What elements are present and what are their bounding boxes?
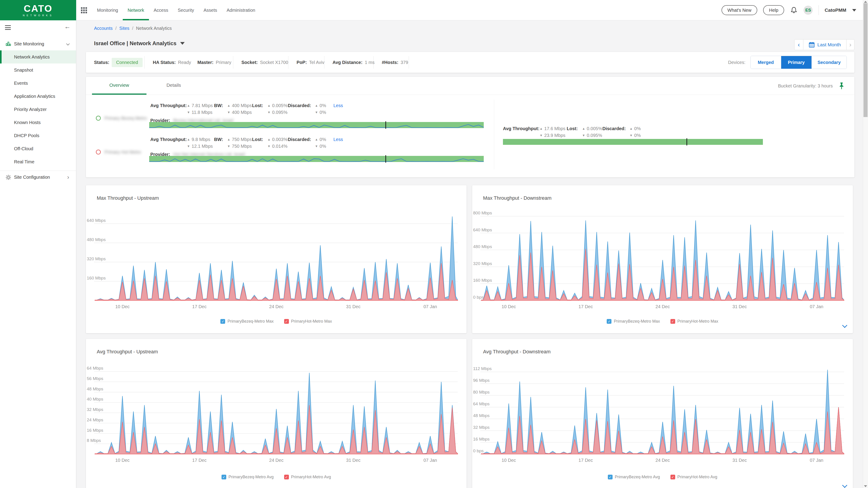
sidebar-item-application-analytics[interactable]: Application Analytics [0,90,76,103]
legend-checkbox[interactable]: ✓ [221,475,226,480]
vertical-scrollbar[interactable] [863,0,868,488]
svg-text:800 Mbps: 800 Mbps [473,210,492,215]
legend-item[interactable]: ✓PrimaryBezeq-Metro Avg [608,475,660,480]
nav-security[interactable]: Security [173,0,199,20]
cato-logo[interactable]: CATO NETWORKS [0,0,76,20]
devices-merged-button[interactable]: Merged [751,56,781,69]
svg-text:07 Jan: 07 Jan [810,458,823,463]
chart-legend: ✓PrimaryBezeq-Metro Max✓PrimaryHot-Metro… [86,319,467,324]
area-chart[interactable]: 0 bps16 Mbps32 Mbps48 Mbps64 Mbps80 Mbps… [472,364,853,470]
svg-text:10 Dec: 10 Dec [115,304,129,309]
main-nav: Monitoring Network Access Security Asset… [92,0,260,20]
legend-checkbox[interactable]: ✓ [608,475,613,480]
date-prev-button[interactable]: ‹ [794,39,803,50]
svg-text:112 Mbps: 112 Mbps [473,366,492,371]
legend-item[interactable]: ✓PrimaryBezeq-Metro Max [220,319,274,324]
chart-card-avg-downstream: Avg Throughput - Downstream 0 bps16 Mbps… [472,339,853,488]
breadcrumb-accounts[interactable]: Accounts [94,26,113,31]
account-menu[interactable]: CatoPMM [825,7,846,13]
svg-text:0 bps: 0 bps [473,449,484,453]
chart-card-max-upstream: Max Throughput - Upstream 160 Mbps320 Mb… [86,185,467,333]
legend-item[interactable]: ✓PrimaryHot-Metro Avg [671,475,717,480]
account-caret-icon[interactable] [852,9,856,11]
svg-text:480 Mbps: 480 Mbps [87,237,105,242]
main-area: Accounts / Sites / Network Analytics Isr… [76,20,863,488]
svg-text:31 Dec: 31 Dec [733,458,747,463]
legend-item[interactable]: ✓PrimaryHot-Metro Avg [284,475,331,480]
uptime-sparkline-hot[interactable] [149,156,484,162]
sidebar-group-label: Site Configuration [14,175,50,180]
avatar[interactable]: ES [804,6,813,15]
device-radio-hot[interactable] [96,150,101,155]
breadcrumb: Accounts / Sites / Network Analytics [94,26,172,31]
legend-item[interactable]: ✓PrimaryHot-Metro Max [284,319,332,324]
device-name-blurred: Primary Hot Metro [104,150,141,155]
nav-access[interactable]: Access [149,0,173,20]
svg-text:07 Jan: 07 Jan [423,458,437,463]
whats-new-button[interactable]: What's New [721,5,757,15]
sidebar-item-dhcp-pools[interactable]: DHCP Pools [0,129,76,142]
devices-primary-button[interactable]: Primary [781,56,812,69]
nav-administration[interactable]: Administration [222,0,260,20]
devices-label: Devices: [728,60,745,65]
scroll-down-arrow[interactable] [864,485,867,487]
combined-uptime-bar[interactable] [503,139,763,145]
tab-details[interactable]: Details [147,77,201,95]
svg-text:320 Mbps: 320 Mbps [473,261,492,266]
svg-text:17 Dec: 17 Dec [192,304,206,309]
legend-item[interactable]: ✓PrimaryBezeq-Metro Max [607,319,660,324]
scrollbar-thumb[interactable] [864,3,868,117]
legend-item[interactable]: ✓PrimaryBezeq-Metro Avg [221,475,274,480]
scroll-up-arrow[interactable] [864,1,867,3]
chevron-down-icon[interactable] [842,483,847,488]
sidebar-group-site-monitoring[interactable]: Site Monitoring [0,37,76,51]
app-grid-icon[interactable] [81,7,87,13]
date-range-button[interactable]: Last Month [803,39,846,50]
hamburger-menu-icon[interactable] [5,25,11,30]
legend-checkbox[interactable]: ✓ [671,319,675,324]
breadcrumb-sites[interactable]: Sites [119,26,129,31]
page-title: Israel Office | Network Analytics [94,40,177,46]
sidebar-group-site-configuration[interactable]: Site Configuration › [0,170,76,184]
svg-text:32 Mbps: 32 Mbps [473,425,490,430]
sidebar-item-network-analytics[interactable]: Network Analytics [0,51,76,64]
down-triangle-icon: ▼ [187,109,190,116]
device-radio-bezeq[interactable] [96,116,101,121]
legend-item[interactable]: ✓PrimaryHot-Metro Max [671,319,718,324]
legend-checkbox[interactable]: ✓ [220,319,225,324]
nav-network[interactable]: Network [123,0,149,20]
date-next-button[interactable]: › [846,39,855,50]
breadcrumb-current: Network Analytics [136,26,172,31]
less-link[interactable]: Less [333,102,343,109]
sidebar-item-real-time[interactable]: Real Time [0,155,76,168]
divider [818,5,819,15]
uptime-sparkline-bezeq[interactable] [149,122,484,128]
collapse-sidebar-icon[interactable]: ← [64,23,70,30]
tab-overview[interactable]: Overview [92,77,147,95]
nav-assets[interactable]: Assets [199,0,222,20]
devices-secondary-button[interactable]: Secondary [812,56,846,69]
svg-text:31 Dec: 31 Dec [346,304,360,309]
notifications-bell-icon[interactable] [790,6,798,14]
legend-checkbox[interactable]: ✓ [284,475,289,480]
help-button[interactable]: Help [763,5,784,15]
area-chart[interactable]: 160 Mbps320 Mbps480 Mbps640 Mbps10 Dec17… [86,210,467,316]
area-chart[interactable]: 0 bps160 Mbps320 Mbps480 Mbps640 Mbps800… [472,210,853,316]
less-link[interactable]: Less [333,136,343,143]
sidebar-item-known-hosts[interactable]: Known Hosts [0,116,76,129]
sidebar-item-snapshot[interactable]: Snapshot [0,64,76,76]
time-marker [385,121,386,129]
sidebar-item-off-cloud[interactable]: Off-Cloud [0,142,76,155]
chart-legend: ✓PrimaryBezeq-Metro Avg✓PrimaryHot-Metro… [86,475,467,480]
legend-checkbox[interactable]: ✓ [284,319,289,324]
nav-monitoring[interactable]: Monitoring [92,0,123,20]
sidebar-item-events[interactable]: Events [0,76,76,90]
legend-checkbox[interactable]: ✓ [607,319,612,324]
area-chart[interactable]: 8 Mbps16 Mbps24 Mbps32 Mbps40 Mbps48 Mbp… [86,364,467,470]
svg-text:10 Dec: 10 Dec [115,458,129,463]
svg-text:48 Mbps: 48 Mbps [87,387,103,391]
legend-checkbox[interactable]: ✓ [671,475,675,480]
site-selector[interactable]: Israel Office | Network Analytics [94,40,185,46]
pin-icon[interactable] [838,82,845,90]
sidebar-item-priority-analyzer[interactable]: Priority Analyzer [0,103,76,116]
